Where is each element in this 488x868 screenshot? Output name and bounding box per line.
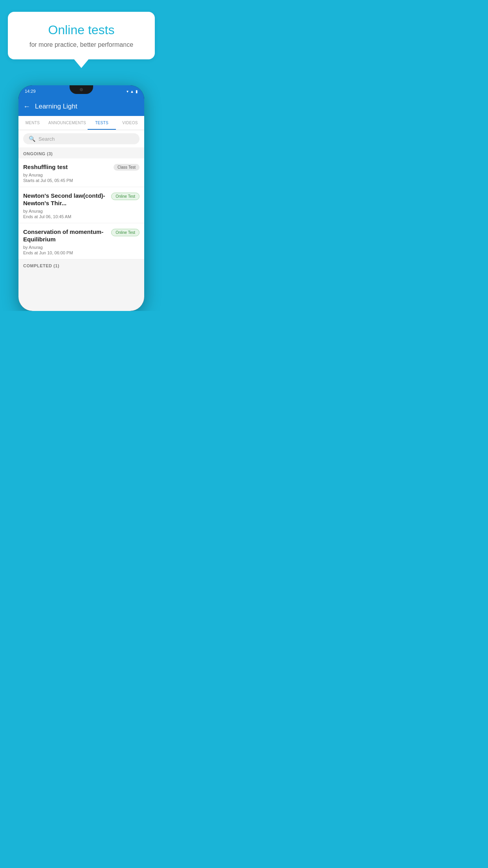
outer-container: Online tests for more practice, better p… (0, 0, 163, 311)
phone-wrapper: 14:29 ▾ ▲ ▮ ← Learning Light MENTS (8, 85, 155, 311)
battery-icon: ▮ (136, 89, 138, 94)
test-item-newtons-header: Newton's Second law(contd)-Newton's Thir… (23, 192, 139, 207)
tab-tests[interactable]: TESTS (88, 116, 116, 130)
tab-videos[interactable]: VIDEOS (116, 116, 144, 130)
test-item-newtons[interactable]: Newton's Second law(contd)-Newton's Thir… (18, 187, 144, 223)
test-badge-online-newtons: Online Test (111, 193, 139, 200)
search-icon: 🔍 (29, 136, 35, 142)
test-item-conservation-time: Ends at Jun 10, 06:00 PM (23, 250, 139, 255)
wifi-icon: ▾ (127, 89, 128, 94)
completed-section-header: COMPLETED (1) (18, 259, 144, 270)
ongoing-section-header: ONGOING (3) (18, 147, 144, 158)
search-placeholder: Search (39, 136, 55, 142)
test-item-conservation-header: Conservation of momentum-Equilibrium Onl… (23, 228, 139, 243)
test-item-reshuffling[interactable]: Reshuffling test Class Test by Anurag St… (18, 158, 144, 187)
test-item-conservation-title: Conservation of momentum-Equilibrium (23, 228, 108, 243)
phone-notch (70, 85, 93, 94)
test-item-reshuffling-by: by Anurag (23, 173, 139, 177)
test-item-reshuffling-title: Reshuffling test (23, 163, 110, 171)
test-item-conservation[interactable]: Conservation of momentum-Equilibrium Onl… (18, 223, 144, 259)
signal-icon: ▲ (130, 89, 134, 94)
status-time: 14:29 (25, 89, 36, 94)
front-camera (80, 88, 83, 91)
test-item-conservation-by: by Anurag (23, 245, 139, 250)
test-badge-online-conservation: Online Test (111, 229, 139, 236)
test-item-reshuffling-time: Starts at Jul 05, 05:45 PM (23, 178, 139, 183)
status-icons: ▾ ▲ ▮ (127, 89, 138, 94)
app-bar-title: Learning Light (35, 103, 77, 110)
status-bar: 14:29 ▾ ▲ ▮ (18, 85, 144, 97)
test-item-newtons-by: by Anurag (23, 209, 139, 213)
tab-announcements[interactable]: ANNOUNCEMENTS (47, 116, 88, 130)
app-bar: ← Learning Light (18, 97, 144, 116)
tabs-bar: MENTS ANNOUNCEMENTS TESTS VIDEOS (18, 116, 144, 130)
back-button[interactable]: ← (23, 103, 30, 111)
phone-mockup: 14:29 ▾ ▲ ▮ ← Learning Light MENTS (18, 85, 144, 311)
speech-bubble: Online tests for more practice, better p… (8, 12, 155, 59)
tab-ments[interactable]: MENTS (18, 116, 47, 130)
phone-content: 🔍 Search ONGOING (3) Reshuffling test Cl… (18, 130, 144, 311)
test-item-newtons-time: Ends at Jul 06, 10:45 AM (23, 214, 139, 219)
test-item-newtons-title: Newton's Second law(contd)-Newton's Thir… (23, 192, 108, 207)
search-container: 🔍 Search (18, 130, 144, 147)
test-badge-class-test: Class Test (114, 164, 139, 171)
test-item-reshuffling-header: Reshuffling test Class Test (23, 163, 139, 171)
speech-bubble-subtitle: for more practice, better performance (20, 41, 142, 48)
speech-bubble-title: Online tests (20, 23, 142, 37)
search-bar[interactable]: 🔍 Search (23, 133, 139, 144)
